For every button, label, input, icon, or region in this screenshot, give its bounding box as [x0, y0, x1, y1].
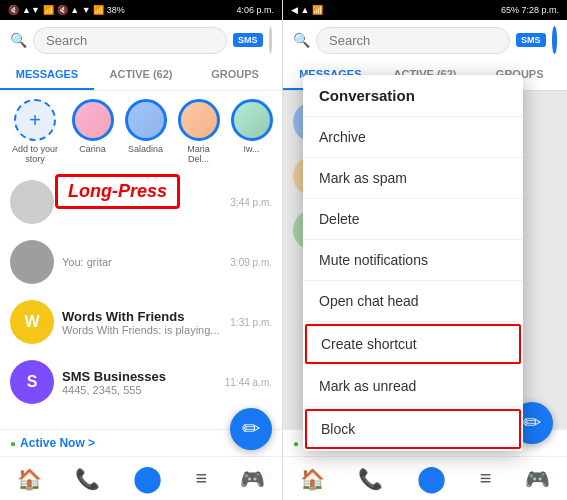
context-menu-header: Conversation [303, 75, 523, 117]
saladina-label: Saladina [128, 144, 163, 154]
msg-content-sms: SMS Businesses 4445, 2345, 555 [62, 369, 217, 396]
right-bottom-nav: 🏠 📞 ⬤ ≡ 🎮 [283, 456, 567, 500]
message-item-longpress[interactable]: move! 3:44 p.m. Long-Press [0, 172, 282, 232]
compose-icon-left: ✏ [242, 416, 260, 442]
msg-avatar-longpress [10, 180, 54, 224]
context-menu-spam[interactable]: Mark as spam [303, 158, 523, 199]
left-user-avatar[interactable] [269, 26, 272, 54]
msg-time-longpress: 3:44 p.m. [230, 197, 272, 208]
nav-messenger-right[interactable]: ⬤ [417, 463, 446, 494]
active-now-icon-left: ● [10, 438, 16, 449]
status-time-left: 4:06 p.m. [236, 5, 274, 15]
network-icon: ▲▼ [22, 5, 40, 15]
sms-initial: S [27, 373, 38, 391]
search-icon-left: 🔍 [10, 32, 27, 48]
nav-phone-left[interactable]: 📞 [75, 467, 100, 491]
right-status-left: ◀ ▲ 📶 [291, 5, 323, 15]
context-menu-shortcut[interactable]: Create shortcut [305, 324, 521, 364]
left-search-bar: 🔍 SMS [0, 20, 282, 60]
nav-phone-right[interactable]: 📞 [358, 467, 383, 491]
context-menu: Conversation Archive Mark as spam Delete… [303, 75, 523, 451]
status-icons-left: 🔇 ▲▼ 📶 🔇 ▲ ▼ 📶 38% [8, 5, 125, 15]
right-search-bar: 🔍 SMS [283, 20, 567, 60]
right-search-input[interactable] [316, 27, 510, 54]
long-press-text: Long-Press [68, 181, 167, 201]
story-iw[interactable]: Iw... [229, 99, 274, 154]
msg-preview-wwf: Words With Friends: is playing... [62, 324, 222, 336]
long-press-indicator: Long-Press [55, 174, 180, 209]
context-menu-block[interactable]: Block [305, 409, 521, 449]
add-story-avatar[interactable]: + [14, 99, 56, 141]
time-left: 4:06 p.m. [236, 5, 274, 15]
right-user-avatar[interactable] [552, 26, 557, 54]
context-menu-openchat[interactable]: Open chat head [303, 281, 523, 322]
msg-name-sms: SMS Businesses [62, 369, 217, 384]
nav-games-right[interactable]: 🎮 [525, 467, 550, 491]
add-story-label: Add to your story [8, 144, 62, 164]
left-search-input[interactable] [33, 27, 227, 54]
left-status-bar: 🔇 ▲▼ 📶 🔇 ▲ ▼ 📶 38% 4:06 p.m. [0, 0, 282, 20]
maria-label: Maria Del... [176, 144, 221, 164]
maria-avatar[interactable] [178, 99, 220, 141]
carina-label: Carina [79, 144, 106, 154]
iw-avatar[interactable] [231, 99, 273, 141]
left-sms-badge: SMS [233, 33, 263, 47]
nav-games-left[interactable]: 🎮 [240, 467, 265, 491]
msg-avatar-sms: S [10, 360, 54, 404]
right-status-bar: ◀ ▲ 📶 65% 7:28 p.m. [283, 0, 567, 20]
context-menu-archive[interactable]: Archive [303, 117, 523, 158]
msg-time-wwf: 1:31 p.m. [230, 317, 272, 328]
nav-home-left[interactable]: 🏠 [17, 467, 42, 491]
context-menu-delete[interactable]: Delete [303, 199, 523, 240]
message-item-wwf[interactable]: W Words With Friends Words With Friends:… [0, 292, 282, 352]
search-icon-right: 🔍 [293, 32, 310, 48]
msg-content-2: You: gritar [62, 256, 222, 268]
msg-preview-sms: 4445, 2345, 555 [62, 384, 217, 396]
msg-time-2: 3:09 p.m. [230, 257, 272, 268]
msg-name-wwf: Words With Friends [62, 309, 222, 324]
story-carina[interactable]: Carina [70, 99, 115, 154]
story-add[interactable]: + Add to your story [8, 99, 62, 164]
left-compose-fab[interactable]: ✏ [230, 408, 272, 450]
message-item-sms[interactable]: S SMS Businesses 4445, 2345, 555 11:44 a… [0, 352, 282, 412]
right-network-icon: ◀ ▲ 📶 [291, 5, 323, 15]
left-bottom-nav: 🏠 📞 ⬤ ≡ 🎮 [0, 456, 282, 500]
carina-avatar[interactable] [72, 99, 114, 141]
saladina-avatar[interactable] [125, 99, 167, 141]
left-tabs: MESSAGES ACTIVE (62) GROUPS [0, 60, 282, 91]
msg-time-sms: 11:44 a.m. [225, 377, 272, 388]
right-status-right: 65% 7:28 p.m. [501, 5, 559, 15]
iw-label: Iw... [243, 144, 259, 154]
wwf-initial: W [24, 313, 39, 331]
context-menu-mute[interactable]: Mute notifications [303, 240, 523, 281]
compose-icon-right: ✏ [523, 410, 541, 436]
nav-menu-left[interactable]: ≡ [195, 467, 207, 490]
signal-icon: 🔇 [8, 5, 19, 15]
msg-preview-2: You: gritar [62, 256, 222, 268]
nav-home-right[interactable]: 🏠 [300, 467, 325, 491]
msg-avatar-2 [10, 240, 54, 284]
battery-left: 🔇 ▲ ▼ 📶 38% [57, 5, 125, 15]
nav-messenger-left[interactable]: ⬤ [133, 463, 162, 494]
story-saladina[interactable]: Saladina [123, 99, 168, 154]
right-panel: ◀ ▲ 📶 65% 7:28 p.m. 🔍 SMS MESSAGES ACTIV… [283, 0, 567, 500]
left-panel: 🔇 ▲▼ 📶 🔇 ▲ ▼ 📶 38% 4:06 p.m. 🔍 SMS MESSA… [0, 0, 283, 500]
right-battery: 65% [501, 5, 519, 15]
right-sms-badge: SMS [516, 33, 546, 47]
message-item-2[interactable]: You: gritar 3:09 p.m. [0, 232, 282, 292]
story-maria[interactable]: Maria Del... [176, 99, 221, 164]
nav-menu-right[interactable]: ≡ [480, 467, 492, 490]
stories-row-left: + Add to your story Carina Saladina Mari… [0, 91, 282, 172]
left-message-list: move! 3:44 p.m. Long-Press You: gritar 3… [0, 172, 282, 429]
tab-groups-left[interactable]: GROUPS [188, 60, 282, 90]
wifi-icon: 📶 [43, 5, 54, 15]
msg-avatar-wwf: W [10, 300, 54, 344]
active-now-text-left: Active Now > [20, 436, 95, 450]
right-time: 7:28 p.m. [521, 5, 559, 15]
msg-content-wwf: Words With Friends Words With Friends: i… [62, 309, 222, 336]
tab-active-left[interactable]: ACTIVE (62) [94, 60, 188, 90]
active-now-icon-right: ● [293, 438, 299, 449]
tab-messages-left[interactable]: MESSAGES [0, 60, 94, 90]
context-menu-unread[interactable]: Mark as unread [303, 366, 523, 407]
